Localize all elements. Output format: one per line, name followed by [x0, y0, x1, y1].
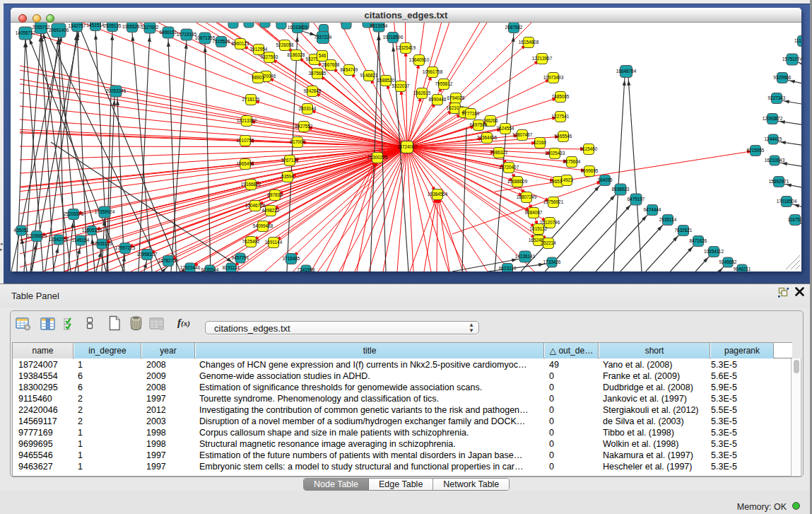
- svg-text:9084067: 9084067: [525, 210, 543, 215]
- svg-text:10719185: 10719185: [177, 32, 197, 37]
- svg-text:8215955: 8215955: [747, 148, 765, 153]
- svg-text:9465546: 9465546: [555, 134, 572, 139]
- svg-text:15720407: 15720407: [499, 165, 519, 170]
- svg-text:9242848: 9242848: [304, 88, 322, 93]
- svg-text:17957225: 17957225: [115, 245, 136, 250]
- svg-text:1112744: 1112744: [794, 38, 801, 43]
- svg-text:4498222: 4498222: [262, 208, 280, 213]
- svg-text:1342757: 1342757: [69, 23, 86, 28]
- svg-text:12213382: 12213382: [237, 118, 257, 123]
- svg-text:3912954: 3912954: [250, 47, 268, 52]
- svg-text:1527602: 1527602: [141, 25, 159, 30]
- svg-text:10688609: 10688609: [507, 179, 528, 184]
- svg-text:1733426: 1733426: [543, 259, 561, 264]
- svg-text:435051: 435051: [13, 228, 29, 233]
- svg-text:3875685: 3875685: [309, 71, 326, 76]
- svg-text:8960123: 8960123: [232, 41, 249, 46]
- svg-text:9235544: 9235544: [201, 267, 219, 271]
- svg-text:8813054: 8813054: [370, 23, 388, 28]
- svg-text:9327503: 9327503: [261, 54, 278, 59]
- svg-text:1145154: 1145154: [72, 238, 90, 243]
- svg-text:7515526: 7515526: [213, 39, 230, 44]
- svg-text:19384554: 19384554: [428, 192, 448, 197]
- svg-text:12093872: 12093872: [763, 116, 783, 121]
- svg-text:2718176: 2718176: [242, 97, 260, 102]
- svg-text:16210643: 16210643: [765, 158, 785, 163]
- svg-text:98901: 98901: [252, 75, 264, 80]
- svg-text:2867608: 2867608: [322, 62, 340, 67]
- svg-text:16033809: 16033809: [288, 25, 308, 30]
- svg-text:62160: 62160: [534, 140, 546, 145]
- svg-text:17359924: 17359924: [95, 209, 115, 214]
- svg-text:8427552: 8427552: [295, 124, 313, 129]
- svg-text:13505135: 13505135: [82, 228, 102, 233]
- svg-text:1227541: 1227541: [552, 114, 570, 119]
- svg-text:2935114: 2935114: [659, 217, 677, 222]
- svg-text:18724007: 18724007: [397, 144, 418, 149]
- svg-text:16154808: 16154808: [519, 40, 539, 45]
- svg-text:17016504: 17016504: [777, 199, 797, 204]
- svg-text:2055712: 2055712: [33, 25, 50, 30]
- svg-text:7341998: 7341998: [298, 267, 315, 271]
- svg-text:8454749: 8454749: [341, 67, 358, 72]
- svg-text:9046211: 9046211: [734, 267, 751, 271]
- svg-text:1562615: 1562615: [413, 90, 431, 95]
- svg-text:1588520: 1588520: [377, 78, 395, 83]
- svg-text:817004: 817004: [290, 139, 305, 144]
- svg-text:546: 546: [319, 53, 326, 58]
- svg-text:9474444: 9474444: [644, 207, 661, 212]
- svg-text:8938923: 8938923: [612, 187, 630, 192]
- svg-text:20053346: 20053346: [106, 88, 126, 93]
- svg-text:8186328: 8186328: [288, 52, 305, 57]
- svg-text:12505135: 12505135: [92, 241, 112, 246]
- svg-text:12213967: 12213967: [532, 56, 553, 61]
- svg-text:9457791: 9457791: [232, 255, 249, 260]
- svg-text:10973493: 10973493: [543, 75, 564, 80]
- svg-text:887833: 887833: [267, 192, 283, 197]
- svg-text:12325419: 12325419: [396, 45, 416, 50]
- svg-text:7986322: 7986322: [490, 150, 508, 155]
- svg-text:6466161: 6466161: [160, 30, 177, 35]
- svg-text:9227343: 9227343: [768, 95, 786, 100]
- svg-text:21364436: 21364436: [477, 135, 498, 140]
- svg-text:5226058: 5226058: [276, 42, 294, 47]
- svg-text:19166822: 19166822: [241, 182, 261, 187]
- svg-text:7625402: 7625402: [242, 239, 260, 244]
- svg-text:8191121: 8191121: [223, 265, 240, 270]
- svg-text:1010755: 1010755: [237, 138, 254, 143]
- svg-text:2803144: 2803144: [299, 106, 317, 111]
- svg-text:1244415: 1244415: [765, 136, 782, 141]
- svg-text:10046738: 10046738: [245, 203, 266, 208]
- svg-text:9329966: 9329966: [774, 75, 792, 80]
- svg-text:9699695: 9699695: [581, 168, 599, 173]
- svg-text:20691406: 20691406: [49, 28, 69, 33]
- svg-text:3716485: 3716485: [283, 256, 300, 261]
- svg-text:164095: 164095: [597, 177, 613, 182]
- svg-text:9146821: 9146821: [360, 73, 378, 78]
- svg-text:1965498: 1965498: [237, 161, 254, 166]
- svg-text:6623110: 6623110: [499, 266, 517, 271]
- svg-text:16648784: 16648784: [616, 69, 637, 74]
- svg-text:6479197: 6479197: [628, 197, 645, 201]
- svg-text:3624554: 3624554: [497, 126, 514, 131]
- svg-text:2505135: 2505135: [104, 23, 122, 28]
- svg-text:1691144: 1691144: [265, 240, 283, 245]
- svg-text:13640910: 13640910: [409, 57, 430, 62]
- svg-text:14136141: 14136141: [515, 254, 536, 259]
- svg-text:12156829: 12156829: [27, 233, 47, 238]
- svg-text:54099488: 54099488: [253, 223, 273, 228]
- svg-text:14923: 14923: [560, 177, 573, 182]
- svg-text:14055712: 14055712: [16, 30, 36, 35]
- svg-text:10655287: 10655287: [122, 24, 143, 29]
- svg-text:8471626: 8471626: [690, 238, 707, 243]
- svg-text:15751074: 15751074: [782, 57, 801, 62]
- svg-text:1451514: 1451514: [87, 23, 105, 28]
- svg-text:5322037: 5322037: [392, 83, 410, 88]
- svg-text:6497568: 6497568: [470, 122, 488, 127]
- svg-text:12342757: 12342757: [49, 237, 69, 242]
- svg-text:15692971: 15692971: [769, 179, 789, 184]
- svg-text:16782759: 16782759: [158, 258, 179, 263]
- svg-text:18807249: 18807249: [517, 194, 537, 199]
- svg-text:9115460: 9115460: [580, 146, 598, 151]
- svg-text:116753: 116753: [788, 217, 801, 222]
